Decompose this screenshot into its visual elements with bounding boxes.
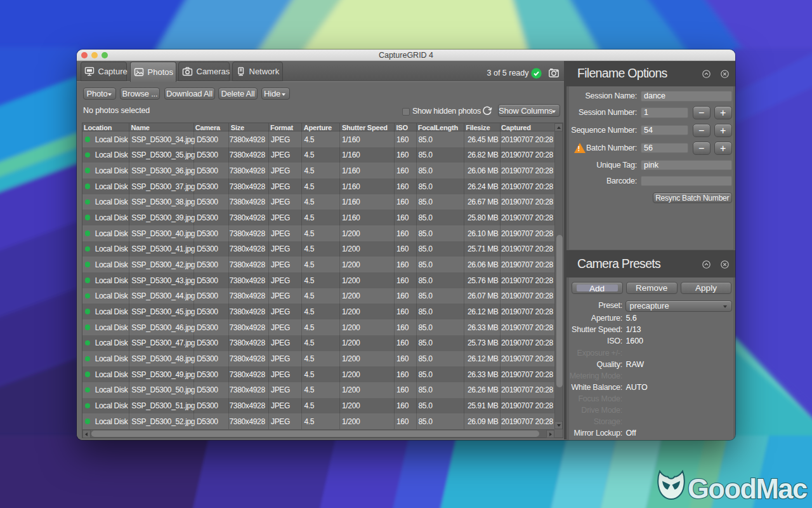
svg-text:GoodMac: GoodMac xyxy=(688,474,807,503)
